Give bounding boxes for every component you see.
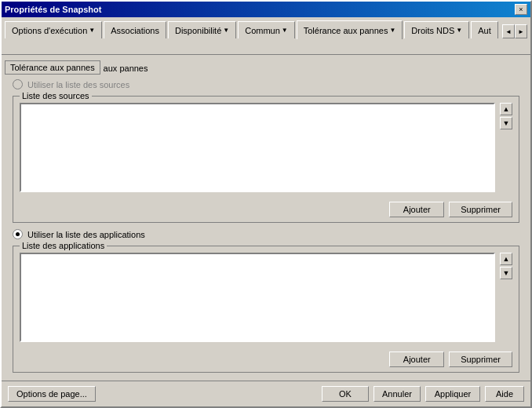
radio-apps-dot <box>16 232 20 236</box>
tab-prev-button[interactable]: ◄ <box>502 24 515 38</box>
title-bar-buttons: × <box>515 4 527 15</box>
sources-group-inner: ▲ ▼ <box>13 97 519 199</box>
tab-aut[interactable]: Aut <box>471 21 498 38</box>
sources-group-box: Liste des sources ▲ ▼ Ajouter Supprimer <box>13 96 519 223</box>
help-button[interactable]: Aide <box>485 386 524 402</box>
apps-scroll-up[interactable]: ▲ <box>500 253 512 265</box>
sources-scroll-up[interactable]: ▲ <box>500 103 512 115</box>
tab-tolerance[interactable]: Tolérance aux pannes ▼ <box>297 20 403 39</box>
tab-next-button[interactable]: ► <box>515 24 527 38</box>
apps-section: Liste des applications ▲ ▼ Ajouter Suppr… <box>13 246 519 373</box>
radio-sources[interactable] <box>13 79 23 89</box>
tab-disponibilite[interactable]: Disponibilité ▼ <box>168 21 236 38</box>
tab-nav-arrows: ◄ ► <box>502 24 527 38</box>
content-area: Activer la tolérance aux pannes Utiliser… <box>2 54 530 381</box>
tab-disponibilite-arrow: ▼ <box>223 27 229 34</box>
sources-list[interactable] <box>20 103 495 192</box>
bottom-bar: Options de page... OK Annuler Appliquer … <box>2 381 530 406</box>
window-title: Propriétés de Snapshot <box>5 5 101 14</box>
tab-droits[interactable]: Droits NDS ▼ <box>404 21 469 38</box>
ok-button[interactable]: OK <box>322 386 369 402</box>
options-page-button[interactable]: Options de page... <box>8 386 96 402</box>
tab-commun-arrow: ▼ <box>282 27 288 34</box>
sources-section: Liste des sources ▲ ▼ Ajouter Supprimer <box>13 96 519 223</box>
tab-options[interactable]: Options d'exécution ▼ <box>5 21 102 38</box>
sources-button-row: Ajouter Supprimer <box>13 199 519 222</box>
radio-apps-label: Utiliser la liste des applications <box>27 230 145 239</box>
close-button[interactable]: × <box>515 4 527 15</box>
apps-group-inner: ▲ ▼ <box>13 246 519 348</box>
apps-group-box: Liste des applications ▲ ▼ Ajouter Suppr… <box>13 246 519 373</box>
apps-button-row: Ajouter Supprimer <box>13 348 519 372</box>
tab-droits-arrow: ▼ <box>456 27 462 34</box>
apps-scroll-down[interactable]: ▼ <box>500 267 512 279</box>
apply-button[interactable]: Appliquer <box>425 386 480 402</box>
tab-options-arrow: ▼ <box>89 27 95 34</box>
active-tab-tooltip: Tolérance aux pannes <box>5 60 100 75</box>
tab-tolerance-arrow: ▼ <box>389 27 395 34</box>
tab-bar: Options d'exécution ▼ Associations Dispo… <box>2 17 530 54</box>
sources-scroll-buttons: ▲ ▼ <box>500 103 512 192</box>
sources-add-button[interactable]: Ajouter <box>389 202 444 217</box>
tab-commun[interactable]: Commun ▼ <box>238 21 295 38</box>
apps-list[interactable] <box>20 253 495 342</box>
radio-apps[interactable] <box>13 229 23 239</box>
sources-remove-button[interactable]: Supprimer <box>449 202 512 217</box>
cancel-button[interactable]: Annuler <box>373 386 421 402</box>
sources-group-label: Liste des sources <box>20 91 92 100</box>
tab-associations[interactable]: Associations <box>104 21 166 38</box>
radio-sources-label: Utiliser la liste des sources <box>27 80 129 89</box>
radio-sources-row: Utiliser la liste des sources <box>13 79 519 89</box>
title-bar: Propriétés de Snapshot × <box>2 2 530 17</box>
apps-scroll-buttons: ▲ ▼ <box>500 253 512 342</box>
apps-remove-button[interactable]: Supprimer <box>449 352 512 367</box>
apps-add-button[interactable]: Ajouter <box>389 352 444 367</box>
radio-apps-row: Utiliser la liste des applications <box>13 229 519 239</box>
apps-group-label: Liste des applications <box>20 241 107 250</box>
sources-scroll-down[interactable]: ▼ <box>500 117 512 129</box>
main-window: Propriétés de Snapshot × Options d'exécu… <box>0 0 532 408</box>
